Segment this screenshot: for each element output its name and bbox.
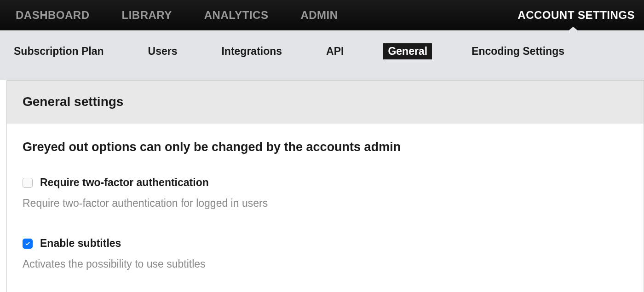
panel-title: General settings bbox=[7, 81, 644, 123]
panel-body: Greyed out options can only be changed b… bbox=[7, 123, 644, 292]
setting-description: Activates the possibility to use subtitl… bbox=[23, 258, 628, 270]
subnav-encoding-settings[interactable]: Encoding Settings bbox=[467, 43, 569, 59]
nav-account-settings[interactable]: ACCOUNT SETTINGS bbox=[508, 9, 638, 22]
setting-subtitles: Enable subtitles Activates the possibili… bbox=[23, 237, 628, 270]
checkbox-two-factor[interactable] bbox=[23, 178, 33, 188]
nav-library[interactable]: LIBRARY bbox=[113, 9, 181, 22]
checkbox-subtitles[interactable] bbox=[23, 239, 33, 249]
subnav-integrations[interactable]: Integrations bbox=[217, 43, 287, 59]
nav-analytics[interactable]: ANALYTICS bbox=[195, 9, 278, 22]
subnav-subscription-plan[interactable]: Subscription Plan bbox=[9, 43, 109, 59]
subnav-general[interactable]: General bbox=[383, 43, 432, 59]
settings-panel: General settings Greyed out options can … bbox=[6, 80, 644, 292]
setting-label: Require two-factor authentication bbox=[40, 176, 209, 189]
setting-two-factor: Require two-factor authentication Requir… bbox=[23, 176, 628, 210]
panel-heading: Greyed out options can only be changed b… bbox=[23, 140, 628, 154]
setting-label: Enable subtitles bbox=[40, 237, 121, 250]
checkmark-icon bbox=[24, 240, 31, 247]
subnav-api[interactable]: API bbox=[322, 43, 348, 59]
top-nav: DASHBOARD LIBRARY ANALYTICS ADMIN ACCOUN… bbox=[0, 0, 644, 30]
sub-nav: Subscription Plan Users Integrations API… bbox=[0, 30, 644, 80]
setting-description: Require two-factor authentication for lo… bbox=[23, 197, 628, 210]
subnav-users[interactable]: Users bbox=[144, 43, 182, 59]
nav-dashboard[interactable]: DASHBOARD bbox=[6, 9, 99, 22]
nav-admin[interactable]: ADMIN bbox=[291, 9, 347, 22]
